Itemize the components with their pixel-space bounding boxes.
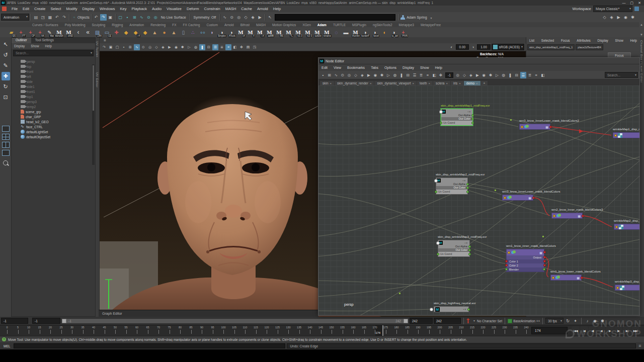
green-port-icon[interactable] bbox=[471, 118, 474, 120]
outliner-tab-tool-settings[interactable]: Tool Settings bbox=[31, 38, 58, 43]
four-pane-layout-icon[interactable] bbox=[2, 134, 10, 140]
anim-layer-label[interactable]: BaseAnimation ++ bbox=[513, 319, 540, 323]
snap-point-icon[interactable]: ⊞ bbox=[131, 14, 138, 21]
toolbar-icon-8[interactable]: ▶ bbox=[366, 72, 372, 78]
shelf-button-trash[interactable]: ▯ bbox=[179, 28, 188, 37]
attr-menu-selected[interactable]: Selected bbox=[541, 39, 554, 42]
ipr-render-icon[interactable]: ⊙ bbox=[228, 14, 235, 21]
close-tab-icon[interactable]: × bbox=[446, 82, 448, 85]
shelf-button-hand[interactable]: ▲ bbox=[150, 28, 159, 37]
shelf-button-blendsh[interactable]: MblendSh bbox=[55, 28, 63, 37]
attr-menu-display[interactable]: Display bbox=[598, 39, 608, 42]
node-editor-window[interactable]: M Node Editor EditViewBookmarksTabsOptio… bbox=[318, 57, 640, 316]
toolbar-icon-12[interactable]: ◍ bbox=[392, 72, 398, 78]
green-port-icon[interactable] bbox=[543, 268, 545, 270]
toolbar-icon-7[interactable]: ⊙ bbox=[140, 44, 146, 50]
fps-dropdown[interactable]: 30 fps bbox=[545, 318, 564, 324]
menu-windows[interactable]: Windows bbox=[97, 7, 117, 11]
shelf-tab-xgen[interactable]: XGen bbox=[299, 23, 314, 27]
node-wm2-brow-inner-mask-blendcolors3[interactable]: ▦ bbox=[551, 213, 583, 219]
outliner-item-char-grp[interactable]: char_GRP bbox=[21, 114, 95, 119]
shelf-tab-msplugin[interactable]: MSPlugin bbox=[349, 23, 369, 27]
loop-icon[interactable]: ↻ bbox=[565, 318, 571, 324]
shelf-tab-ngskintools2[interactable]: ngSkinTools2 bbox=[370, 23, 395, 27]
shelf-button-rename[interactable]: Mrename bbox=[323, 28, 331, 37]
open-scene-icon[interactable]: ◳ bbox=[40, 14, 46, 21]
green-port-icon[interactable] bbox=[437, 253, 439, 255]
menu-cache[interactable]: Cache bbox=[238, 7, 255, 11]
outliner-item-head-lv2-geo[interactable]: head_lv2_GEO bbox=[21, 119, 95, 124]
objects-label[interactable]: Objects bbox=[77, 16, 90, 19]
toolbar-icon-5[interactable]: ◉ bbox=[481, 72, 487, 78]
input-port-icon[interactable] bbox=[616, 287, 619, 289]
shelf-button-atools[interactable]: ◑ATools bbox=[227, 28, 235, 37]
two-pane-layout-icon[interactable] bbox=[2, 142, 10, 148]
custom-pane-layout-icon[interactable] bbox=[2, 150, 10, 156]
menu-help[interactable]: Help bbox=[271, 7, 283, 11]
title-bar[interactable]: M AFBN_LookDev_mya_v060_newHappySadAnim_… bbox=[0, 0, 644, 6]
toolbar-icon-16[interactable]: ≣ bbox=[418, 72, 424, 78]
node-wrinklemap2-disp-mid[interactable]: ▦ bbox=[614, 224, 639, 230]
toolbar-icon-13[interactable]: ❚ bbox=[398, 72, 405, 78]
toolbar-icon-18[interactable]: ◧ bbox=[431, 72, 437, 78]
toolbar-icon-5[interactable]: ◎ bbox=[346, 72, 352, 78]
toolbar-icon-17[interactable]: ⊟ bbox=[206, 44, 212, 50]
shelf-button-cintd[interactable]: McIntD bbox=[64, 28, 73, 37]
shelf-button-mat[interactable]: ✎Mat bbox=[45, 28, 54, 37]
shelf-button-ball[interactable]: ● bbox=[160, 28, 169, 37]
node-skin-disp-wrinklemap1-midfreq-exr[interactable]: M▪▾Out AlphaOut ColorUv Coord bbox=[441, 109, 473, 126]
attribute-tab-place2dtexture484[interactable]: place2dTexture484 bbox=[576, 44, 603, 50]
node-skin-disp-wrinklemap3-midfreq-exr[interactable]: M▪▾Out AlphaOut ColorUv Coord bbox=[438, 240, 470, 257]
shelf-tab-rigging[interactable]: Rigging bbox=[109, 23, 126, 27]
shelf-button-x[interactable]: MX bbox=[246, 28, 255, 37]
node-editor-menu-tabs[interactable]: Tabs bbox=[368, 66, 381, 69]
green-port-icon[interactable] bbox=[471, 122, 474, 124]
node-wm1-brow-lower-mask-blendcolors[interactable]: ▦ bbox=[550, 275, 582, 281]
shelf-tab-metapipe3[interactable]: Metapipe3 bbox=[396, 23, 417, 27]
red-port-icon[interactable] bbox=[543, 256, 546, 258]
render-settings-icon[interactable]: ◎ bbox=[235, 14, 242, 21]
toolbar-icon-6[interactable]: ◇ bbox=[353, 72, 359, 78]
shelf-button-thumbn[interactable]: Mthumbn bbox=[351, 28, 360, 37]
red-port-icon[interactable] bbox=[505, 264, 508, 266]
animation-start-field[interactable]: -1 bbox=[1, 318, 28, 324]
shelf-button-xx[interactable]: MxX bbox=[236, 28, 245, 37]
menu-audio[interactable]: Audio bbox=[149, 7, 164, 11]
toolbar-icon-11[interactable]: ☰ bbox=[520, 72, 526, 78]
node-editor-tab-skin-dynamic-viewport[interactable]: skin_dynamic_viewport× bbox=[374, 81, 417, 85]
node-editor-tab-teeth[interactable]: teeth× bbox=[417, 81, 433, 85]
toolbar-icon-18[interactable]: ☰ bbox=[212, 44, 218, 50]
close-tab-icon[interactable]: × bbox=[370, 82, 372, 85]
shelf-button-hand[interactable]: ▲ bbox=[170, 28, 178, 37]
menu-mash[interactable]: MASH bbox=[223, 7, 239, 11]
shelf-button-simplex[interactable]: ◑Simplex bbox=[217, 28, 226, 37]
attr-menu-help[interactable]: Help bbox=[630, 39, 637, 42]
outliner-item-side[interactable]: side bbox=[21, 79, 95, 84]
menu-visualize[interactable]: Visualize bbox=[164, 7, 184, 11]
shelf-scroll-arrows[interactable]: ▲▼ bbox=[639, 22, 644, 37]
shelf-button-blob[interactable]: ◗ bbox=[208, 28, 216, 37]
green-port-icon[interactable] bbox=[468, 245, 471, 248]
menu-display[interactable]: Display bbox=[80, 7, 98, 11]
toolbar-icon-1[interactable]: ▪ bbox=[320, 72, 326, 78]
shelf-button-tl[interactable]: MTL bbox=[284, 28, 293, 37]
outliner-item-top1[interactable]: top1 bbox=[21, 94, 95, 99]
shelf-tab-animation[interactable]: Animation bbox=[126, 23, 147, 27]
playback-button-6[interactable]: |▶ bbox=[614, 326, 622, 335]
toolbar-icon-14[interactable]: ▷ bbox=[186, 44, 192, 50]
toolbar-icon-1[interactable]: ◎ bbox=[455, 72, 461, 78]
menu-arnold[interactable]: Arnold bbox=[255, 7, 271, 11]
toolbar-icon-17[interactable]: ≡ bbox=[425, 72, 431, 78]
playback-button-4[interactable]: ◀ bbox=[597, 326, 605, 335]
playback-button-3[interactable]: ◀| bbox=[589, 326, 597, 335]
node-editor-menu-display[interactable]: Display bbox=[399, 66, 417, 69]
node-wm3-brow-innerlower-mask-blendcolors2[interactable]: ▦ bbox=[519, 124, 550, 130]
mel-input-field[interactable] bbox=[14, 343, 285, 348]
select-hierarchy-icon[interactable]: ↶ bbox=[93, 14, 100, 21]
node-editor-menu-help[interactable]: Help bbox=[432, 66, 445, 69]
character-set-dropdown[interactable]: No Character Set bbox=[477, 319, 502, 323]
input-port-icon[interactable] bbox=[504, 197, 506, 199]
shelf-button-pivn[interactable]: +PIVN bbox=[399, 28, 408, 37]
menu-edit[interactable]: Edit bbox=[20, 7, 32, 11]
toolbar-icon-16[interactable]: ❚ bbox=[199, 44, 205, 50]
